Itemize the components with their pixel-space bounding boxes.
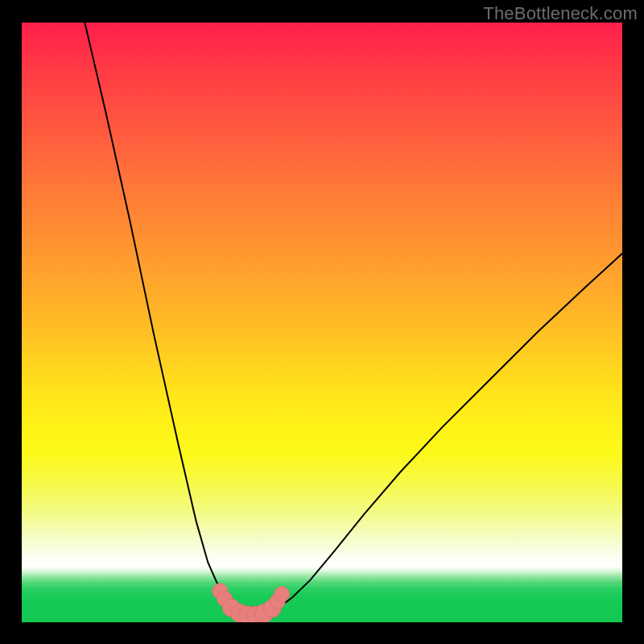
watermark-text: TheBottleneck.com: [483, 3, 638, 24]
heat-gradient-background: [22, 23, 622, 622]
plot-area: [22, 23, 622, 622]
chart-frame: TheBottleneck.com: [0, 0, 644, 644]
